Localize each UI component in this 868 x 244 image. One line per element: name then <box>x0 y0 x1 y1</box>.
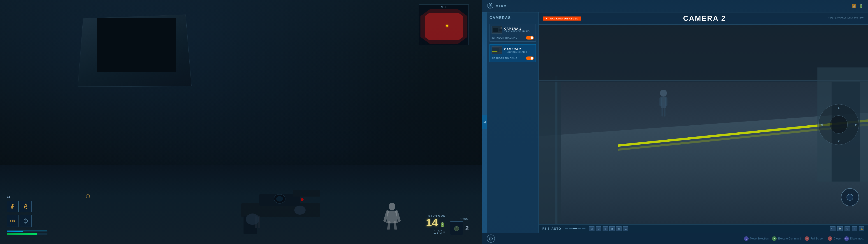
camera1-toggle-knob <box>531 36 533 39</box>
expand-icon[interactable]: ⤢ <box>852 226 857 231</box>
ammo-reserve-icon: ≡ <box>443 230 445 234</box>
svg-rect-26 <box>493 28 498 32</box>
l1-label: L1 <box>7 195 10 198</box>
lock-icon[interactable]: 🔒 <box>859 226 864 231</box>
camera1-status: TRACKING DISABLED <box>504 30 534 33</box>
view-wide-icon[interactable]: ▣ <box>609 226 615 231</box>
stamina-bar <box>7 233 48 235</box>
camera2-name: CAMERA 2 <box>504 48 534 51</box>
settings-icon[interactable]: ⚙ <box>844 226 850 231</box>
footer-controls: L Move Selection × Execute Command R2 Fu… <box>744 236 864 241</box>
key-circle: ○ <box>828 236 832 241</box>
camera-view: ● TRACKING DISABLED CAMERA 2 2006:db2:71… <box>539 12 868 233</box>
camera-item-1[interactable]: 📷 CAMERA 1 TRACKING DISABLED INTRUDER TR… <box>490 24 536 42</box>
ceiling-inner <box>97 18 176 72</box>
slider-seg-2 <box>569 228 572 229</box>
svg-line-23 <box>457 225 458 226</box>
camera1-intruder-label: INTRUDER TRACKING <box>492 36 517 39</box>
garm-text: GARM <box>496 4 507 8</box>
view-single-icon[interactable]: ⊞ <box>589 226 594 231</box>
hud-weapons: STUN GUN 14 🔋 170 ≡ FRAG <box>426 214 469 235</box>
view-list-icon[interactable]: ☰ <box>623 226 628 231</box>
focal-length-value: F3.5 <box>542 227 550 231</box>
svg-rect-22 <box>456 226 457 228</box>
hud-abilities-row <box>7 200 48 212</box>
ammo-reserve: 170 <box>433 228 442 235</box>
view-grid-icon[interactable]: ⊞ <box>602 226 608 231</box>
svg-rect-48 <box>664 108 665 116</box>
camera-item-2[interactable]: CAMERA 2 TRACKING DISABLED INTRUDER TRAC… <box>490 44 536 62</box>
ptz-up-button[interactable]: ▲ <box>837 106 840 110</box>
power-button[interactable]: ⏻ <box>487 235 495 243</box>
fullscreen-control: R2 Full Screen <box>805 236 824 241</box>
minimap-content <box>421 9 467 44</box>
battery-icon: 🔋 <box>859 4 864 8</box>
ptz-controls: ▲ ▼ ◀ ▶ <box>818 104 859 145</box>
camera1-toggle[interactable] <box>526 36 534 39</box>
svg-text:📷: 📷 <box>500 26 502 29</box>
svg-point-13 <box>25 204 27 206</box>
svg-point-20 <box>25 220 26 221</box>
wifi-icon: 📶 <box>852 4 856 8</box>
nav-prev-icon[interactable]: ⟵ <box>830 226 836 231</box>
close-control: ○ Close <box>828 236 841 241</box>
svg-rect-27 <box>499 29 502 31</box>
ptz-inner-ring <box>830 115 848 134</box>
camera1-header: 📷 CAMERA 1 TRACKING DISABLED <box>492 26 534 34</box>
camera2-footer: INTRUDER TRACKING <box>492 56 534 60</box>
garm-logo: GARM <box>487 2 507 10</box>
camera1-thumbnail: 📷 <box>492 26 502 34</box>
svg-rect-38 <box>555 76 557 224</box>
camera2-toggle[interactable] <box>526 56 534 60</box>
svg-rect-2 <box>293 190 320 196</box>
secondary-weapon-name: FRAG <box>450 217 469 220</box>
camera2-thumb-inner <box>492 47 502 54</box>
focal-length-group: F3.5 AUTO <box>542 227 561 231</box>
exposure-slider[interactable] <box>565 228 585 229</box>
ptz-down-button[interactable]: ▼ <box>837 139 840 143</box>
health-bar <box>7 231 48 232</box>
vision-ability-icon[interactable] <box>7 215 19 227</box>
tracking-disabled-badge: ● TRACKING DISABLED <box>543 17 581 21</box>
camera2-status: TRACKING DISABLED <box>504 51 534 53</box>
health-fill <box>7 231 23 232</box>
joystick[interactable] <box>841 188 859 206</box>
view-options-bar: ⊞ ⊟ ⊞ ▣ ⊠ ☰ <box>589 226 628 231</box>
close-label: Close <box>834 237 841 240</box>
ability-jump-icon[interactable] <box>20 200 32 212</box>
camera2-toggle-knob <box>531 57 533 60</box>
svg-point-12 <box>12 204 13 206</box>
ability-run-icon[interactable] <box>7 200 19 212</box>
camera-view-title: CAMERA 2 <box>581 14 828 23</box>
ammo-current: 14 <box>426 217 438 228</box>
key-r2: R2 <box>805 236 809 241</box>
joystick-outer <box>841 188 859 206</box>
camera-coords: 2006:db2:7185a2:1e83:2:270:1237 <box>828 17 864 20</box>
ptz-right-button[interactable]: ▶ <box>855 123 857 126</box>
camera1-thumb-inner: 📷 <box>492 26 502 33</box>
disconnect-control: L3 Disconnect <box>844 236 864 241</box>
view-custom-icon[interactable]: ⊠ <box>616 226 622 231</box>
camera2-intruder-label: INTRUDER TRACKING <box>492 57 517 60</box>
slider-seg-1 <box>565 228 568 229</box>
ptz-left-button[interactable]: ◀ <box>820 123 823 126</box>
svg-rect-45 <box>659 98 662 106</box>
objective-marker: ⬡ <box>86 193 91 199</box>
cameras-title: CAMERAS <box>490 16 536 20</box>
svg-point-43 <box>660 90 667 97</box>
svg-rect-47 <box>661 108 663 116</box>
view-quad-icon[interactable]: ⊟ <box>596 226 601 231</box>
camera1-footer: INTRUDER TRACKING <box>492 35 534 39</box>
scroll-left-button[interactable]: ◀ <box>482 115 487 129</box>
svg-rect-32 <box>499 49 502 52</box>
game-viewport: N S <box>0 0 482 244</box>
minimap-shape <box>423 11 465 42</box>
grenade-icon <box>450 221 463 235</box>
targeting-icon[interactable] <box>20 215 32 227</box>
nav-broadcast-icon[interactable]: 📡 <box>837 226 843 231</box>
hud-bottom-left: L1 <box>7 195 48 235</box>
joystick-inner <box>846 194 853 200</box>
camera-view-header: ● TRACKING DISABLED CAMERA 2 2006:db2:71… <box>539 12 868 25</box>
camera-controls-bar: F3.5 AUTO ⊞ ⊟ ⊞ ▣ ⊠ ☰ <box>539 224 868 233</box>
disconnect-label: Disconnect <box>850 237 864 240</box>
